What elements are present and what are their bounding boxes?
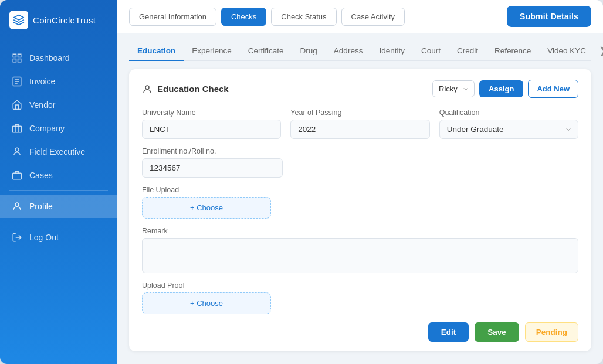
education-check-icon	[142, 84, 153, 94]
education-form-card: Education Check Ricky Alice Bob Assign A…	[129, 69, 591, 351]
logout-icon	[12, 232, 22, 243]
tab-court[interactable]: Court	[413, 42, 449, 61]
enrollment-input[interactable]	[142, 158, 283, 178]
sidebar-label-company: Company	[29, 124, 65, 133]
file-upload-area[interactable]: + Choose	[142, 197, 271, 219]
form-actions: Edit Save Pending	[142, 322, 578, 342]
tab-identity[interactable]: Identity	[371, 42, 413, 61]
user-tie-icon	[12, 147, 22, 157]
sidebar-item-company[interactable]: Company	[0, 117, 117, 140]
sidebar-item-vendor[interactable]: Vendor	[0, 93, 117, 117]
form-row-4: Remark	[142, 227, 578, 273]
svg-rect-2	[13, 59, 16, 62]
qualification-group: Qualification Under Graduate Post Gradua…	[439, 108, 578, 139]
logo-icon	[9, 11, 28, 29]
tab-address[interactable]: Address	[326, 42, 371, 61]
tab-checks[interactable]: Checks	[221, 8, 266, 26]
logo-text: CoinCircleTrust	[33, 15, 96, 25]
svg-rect-10	[13, 173, 22, 179]
store-icon	[12, 100, 22, 110]
upload-proof-button-label: + Choose	[190, 299, 223, 308]
form-row-1: University Name Year of Passing Qualific…	[142, 108, 578, 139]
sidebar-label-dashboard: Dashboard	[29, 53, 70, 63]
qualification-select[interactable]: Under Graduate Post Graduate Doctorate D…	[439, 120, 578, 139]
tab-video-kyc[interactable]: Video KYC	[539, 42, 594, 61]
sidebar-item-logout[interactable]: Log Out	[0, 226, 117, 249]
top-bar: General Information Checks Check Status …	[117, 0, 603, 33]
add-new-button[interactable]: Add New	[528, 80, 578, 98]
sidebar-divider-2	[9, 222, 108, 222]
svg-rect-8	[13, 126, 22, 132]
enrollment-group: Enrollment no./Roll no.	[142, 147, 283, 178]
header-right: Ricky Alice Bob Assign Add New	[432, 80, 578, 98]
upload-proof-label: Upload Proof	[142, 281, 578, 290]
svg-point-9	[15, 148, 19, 151]
sidebar-divider	[9, 190, 108, 191]
upload-proof-group: Upload Proof + Choose	[142, 281, 578, 314]
university-name-label: University Name	[142, 108, 281, 117]
remark-group: Remark	[142, 227, 578, 273]
content-area: Education Experience Certificate Drug Ad…	[117, 33, 603, 364]
tab-general-information[interactable]: General Information	[129, 8, 216, 26]
year-of-passing-group: Year of Passing	[290, 108, 429, 139]
sidebar-item-profile[interactable]: Profile	[0, 195, 117, 218]
remark-textarea[interactable]	[142, 238, 578, 273]
remark-label: Remark	[142, 227, 578, 235]
year-of-passing-label: Year of Passing	[290, 108, 429, 117]
sidebar-label-logout: Log Out	[29, 233, 59, 242]
svg-point-11	[15, 203, 19, 206]
top-tabs: General Information Checks Check Status …	[129, 8, 405, 26]
tab-reference[interactable]: Reference	[486, 42, 539, 61]
tab-credit[interactable]: Credit	[449, 42, 486, 61]
university-name-group: University Name	[142, 108, 281, 139]
svg-point-13	[145, 86, 149, 89]
university-name-input[interactable]	[142, 120, 281, 139]
form-card-title: Education Check	[142, 84, 229, 94]
file-upload-button-label: + Choose	[190, 203, 223, 212]
grid-icon	[12, 53, 22, 63]
main-content: General Information Checks Check Status …	[117, 0, 603, 364]
form-row-3: File Upload + Choose	[142, 186, 578, 219]
form-row-2: Enrollment no./Roll no.	[142, 147, 578, 178]
sidebar-label-invoice: Invoice	[29, 77, 55, 86]
upload-proof-area[interactable]: + Choose	[142, 292, 271, 314]
pending-button[interactable]: Pending	[525, 322, 578, 342]
svg-rect-1	[18, 54, 21, 57]
sidebar-item-dashboard[interactable]: Dashboard	[0, 46, 117, 70]
sidebar-label-profile: Profile	[29, 202, 53, 211]
svg-rect-3	[18, 59, 21, 62]
tab-education[interactable]: Education	[129, 42, 184, 61]
file-upload-label: File Upload	[142, 186, 578, 194]
tab-check-status[interactable]: Check Status	[271, 8, 336, 26]
sidebar-label-cases: Cases	[29, 171, 53, 180]
sidebar-item-field-executive[interactable]: Field Executive	[0, 140, 117, 164]
save-button[interactable]: Save	[475, 322, 519, 342]
enrollment-label: Enrollment no./Roll no.	[142, 147, 283, 155]
sidebar-item-invoice[interactable]: Invoice	[0, 70, 117, 93]
form-row-5: Upload Proof + Choose	[142, 281, 578, 314]
sidebar-item-cases[interactable]: Cases	[0, 164, 117, 187]
building-icon	[12, 123, 22, 134]
assign-button[interactable]: Assign	[479, 80, 523, 97]
sidebar-label-vendor: Vendor	[29, 100, 55, 110]
tab-experience[interactable]: Experience	[184, 42, 240, 61]
more-tabs-button[interactable]: ❯	[594, 42, 603, 60]
sidebar-logo: CoinCircleTrust	[0, 0, 117, 40]
briefcase-icon	[12, 170, 22, 181]
assignee-select[interactable]: Ricky Alice Bob	[432, 80, 475, 97]
sidebar-label-field-executive: Field Executive	[29, 147, 85, 157]
person-icon	[12, 201, 22, 212]
sidebar-nav: Dashboard Invoice Vendor Company Field E…	[0, 40, 117, 358]
edit-button[interactable]: Edit	[428, 322, 469, 342]
submit-details-button[interactable]: Submit Details	[507, 6, 591, 27]
qualification-label: Qualification	[439, 108, 578, 117]
file-icon	[12, 76, 22, 87]
tab-case-activity[interactable]: Case Activity	[341, 8, 405, 26]
section-tabs: Education Experience Certificate Drug Ad…	[129, 42, 591, 61]
tab-drug[interactable]: Drug	[292, 42, 326, 61]
file-upload-group: File Upload + Choose	[142, 186, 578, 219]
form-card-header: Education Check Ricky Alice Bob Assign A…	[142, 80, 578, 98]
tab-certificate[interactable]: Certificate	[240, 42, 292, 61]
svg-rect-0	[13, 54, 16, 57]
year-of-passing-input[interactable]	[290, 120, 429, 139]
